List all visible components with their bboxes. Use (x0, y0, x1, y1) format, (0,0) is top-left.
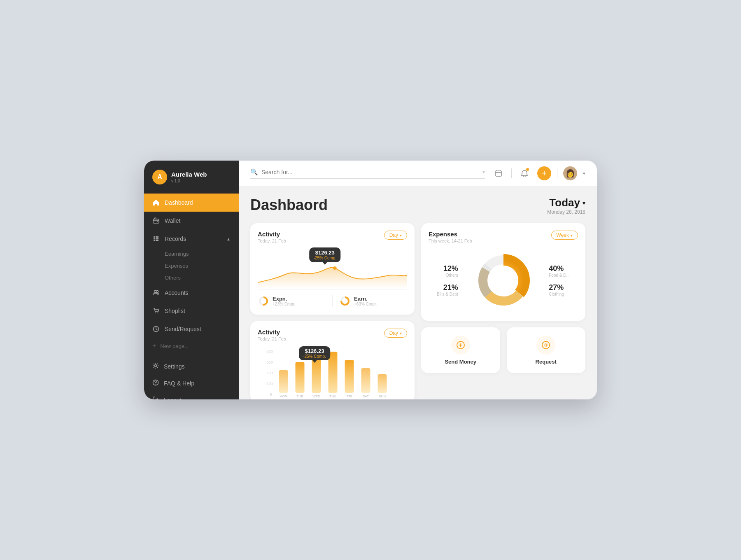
topbar-actions: + 👩 ▾ (492, 166, 585, 180)
svg-text:SAT: SAT (363, 394, 369, 398)
activity-bar-day-button[interactable]: Day ▾ (384, 329, 407, 338)
notification-button[interactable] (517, 166, 531, 180)
donut-legend-left: 12% Others 21% Bills & Debt (437, 264, 458, 296)
expenses-card: Expenses This week, 14-21 Feb Week ▾ (421, 223, 585, 321)
activity-tooltip: $126.23 -25% Comp. (310, 247, 341, 262)
activity-line-title-group: Activity Today, 21 Feb (258, 231, 286, 243)
expn-donut-icon (258, 295, 269, 307)
sidebar-item-label-shoplist: Shoplist (165, 308, 185, 314)
earn-stat-text: Earn. +63% Cmpr. (354, 296, 377, 306)
settings-label: Settings (164, 363, 185, 370)
sidebar-sub-item-others[interactable]: Others (144, 272, 239, 284)
main-content: 🔍 ▾ + 👩 ▾ Dashbaor (239, 161, 597, 399)
date-sub: Monday 28, 2018 (547, 209, 585, 215)
sidebar-item-logout[interactable]: Logout (144, 392, 239, 399)
app-container: A Aurelia Web v 1.0 Dashboard Wallet (144, 161, 597, 399)
bar-chart-svg: 400 300 200 100 0 (258, 345, 407, 399)
search-input[interactable] (261, 169, 479, 175)
activity-line-chart-area: $126.23 -25% Comp. (258, 247, 407, 285)
svg-point-14 (155, 384, 156, 385)
expenses-header: Expenses This week, 14-21 Feb Week ▾ (429, 231, 578, 243)
sidebar-item-accounts[interactable]: Accounts (144, 284, 239, 302)
dashboard-grid: Activity Today, 21 Feb Day ▾ $126.23 (250, 223, 585, 399)
records-chevron-icon: ▲ (226, 237, 231, 241)
donut-legend-right: 40% Food & D... 27% Clothing (549, 264, 570, 296)
svg-point-45 (489, 266, 518, 295)
app-version: v 1.0 (171, 179, 207, 183)
shoplist-icon (152, 307, 160, 315)
svg-text:0: 0 (270, 392, 272, 397)
topbar: 🔍 ▾ + 👩 ▾ (239, 161, 597, 187)
activity-bar-header: Activity Today, 21 Feb Day ▾ (258, 329, 407, 341)
logo-text-group: Aurelia Web v 1.0 (171, 171, 207, 183)
settings-icon (152, 362, 159, 370)
week-btn-chevron-icon: ▾ (571, 233, 573, 238)
sidebar-item-faq[interactable]: FAQ & Help (144, 375, 239, 392)
sidebar-item-records[interactable]: Records ▲ (144, 230, 239, 248)
sidebar-item-dashboard[interactable]: Dashboard (144, 194, 239, 212)
svg-rect-4 (156, 236, 158, 238)
search-container: 🔍 ▾ (250, 168, 485, 179)
accounts-icon (152, 289, 160, 296)
send-icon (152, 325, 160, 333)
request-label: Request (536, 359, 557, 365)
plus-send-icon (456, 341, 465, 350)
svg-rect-36 (361, 368, 370, 393)
user-avatar[interactable]: 👩 (563, 166, 577, 180)
sidebar-nav: Dashboard Wallet Records ▲ Eearnings Ex (144, 194, 239, 354)
sidebar-bottom: Settings FAQ & Help Logout (144, 354, 239, 399)
activity-line-card: Activity Today, 21 Feb Day ▾ $126.23 (250, 223, 415, 315)
sidebar-sub-item-expenses[interactable]: Expenses (144, 260, 239, 272)
svg-rect-34 (345, 360, 354, 393)
expenses-week-button[interactable]: Week ▾ (551, 231, 578, 240)
svg-text:400: 400 (267, 350, 273, 354)
logout-label: Logout (164, 397, 182, 400)
sidebar-item-label-dashboard: Dashboard (165, 199, 193, 206)
activity-day-button[interactable]: Day ▾ (384, 231, 407, 240)
svg-point-10 (157, 313, 158, 313)
plus-icon: + (152, 342, 156, 350)
svg-rect-26 (279, 370, 288, 393)
activity-line-title: Activity (258, 231, 286, 238)
activity-bar-card: Activity Today, 21 Feb Day ▾ $126.23 (250, 321, 415, 399)
svg-text:THU: THU (329, 394, 336, 398)
records-icon (152, 235, 160, 243)
expenses-title: Expenses (429, 231, 472, 238)
svg-text:TUE: TUE (297, 394, 303, 398)
send-money-icon-circle (451, 336, 470, 355)
new-page-label: New page... (160, 343, 189, 349)
app-name: Aurelia Web (171, 171, 207, 178)
sidebar-item-shoplist[interactable]: Shoplist (144, 302, 239, 320)
calendar-button[interactable] (492, 166, 506, 180)
sidebar-item-new-page[interactable]: + New page... (144, 338, 239, 354)
wallet-icon (152, 217, 160, 224)
right-column: Expenses This week, 14-21 Feb Week ▾ (421, 223, 585, 399)
svg-text:③: ③ (544, 343, 548, 348)
faq-label: FAQ & Help (164, 380, 194, 387)
svg-text:SUN: SUN (379, 394, 386, 398)
action-row: Send Money ③ Request (421, 327, 585, 373)
donut-chart (475, 252, 532, 309)
svg-rect-6 (156, 240, 158, 241)
help-icon (152, 379, 159, 387)
sidebar-sub-items: Eearnings Expenses Others (144, 248, 239, 284)
bar-chart-area: $126.23 -25% Comp. 400 300 200 100 0 (258, 345, 407, 395)
today-chevron-icon: ▾ (583, 200, 585, 206)
user-chevron-icon: ▾ (583, 171, 585, 176)
sidebar-sub-item-earnings[interactable]: Eearnings (144, 248, 239, 260)
logout-icon (152, 396, 159, 399)
sidebar-item-wallet[interactable]: Wallet (144, 212, 239, 230)
sidebar-item-settings[interactable]: Settings (144, 358, 239, 375)
send-money-card[interactable]: Send Money (421, 327, 500, 373)
earn-donut-icon (339, 295, 351, 307)
svg-point-16 (333, 266, 337, 270)
sidebar-logo: A Aurelia Web v 1.0 (144, 161, 239, 194)
request-card[interactable]: ③ Request (507, 327, 586, 373)
sidebar: A Aurelia Web v 1.0 Dashboard Wallet (144, 161, 239, 399)
page-title: Dashbaord (250, 196, 328, 214)
svg-rect-3 (154, 240, 155, 241)
today-label: Today ▾ (547, 196, 585, 209)
sidebar-item-send[interactable]: Send/Request (144, 320, 239, 338)
add-button[interactable]: + (537, 166, 551, 180)
svg-point-9 (155, 313, 156, 313)
